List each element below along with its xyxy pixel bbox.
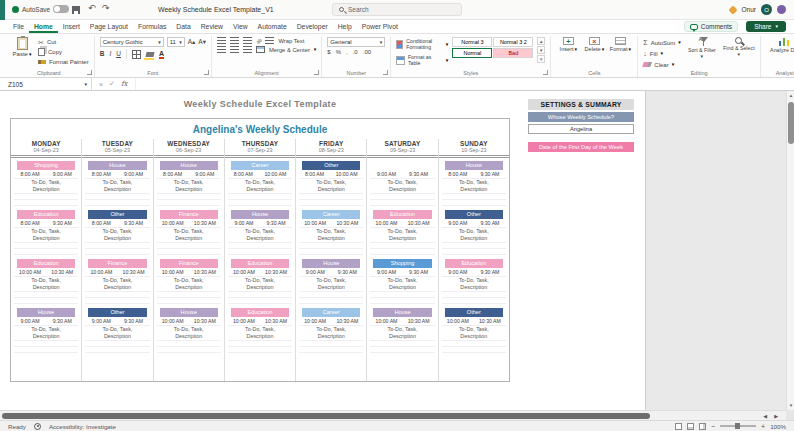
todo-cell[interactable]: To-Do, Task,Description [85, 228, 149, 243]
time-cell[interactable]: 8:00 AM10:00 AM [299, 170, 363, 179]
time-cell[interactable]: 9:00 AM9:30 AM [14, 317, 78, 326]
tab-page-layout[interactable]: Page Layout [85, 20, 133, 33]
category-cell[interactable]: Education [17, 210, 75, 219]
conditional-formatting-button[interactable]: Conditional Formatting▾ [396, 37, 448, 52]
font-color-button[interactable]: A [159, 50, 164, 59]
category-cell[interactable]: Education [373, 210, 431, 219]
category-cell[interactable]: Education [231, 259, 289, 268]
gallery-more-icon[interactable]: ≡ [537, 55, 545, 63]
paste-button[interactable]: Paste▾ [9, 37, 35, 57]
category-cell[interactable]: House [231, 210, 289, 219]
merge-center-label[interactable]: Merge & Center [269, 47, 310, 53]
font-size-select[interactable]: 11▾ [167, 37, 185, 47]
redo-icon[interactable]: ↷ [102, 4, 110, 13]
name-box[interactable]: Z105▾ [0, 78, 92, 90]
todo-cell[interactable]: To-Do, Task,Description [299, 326, 363, 341]
document-title[interactable]: Weekly Schedule Excel Template_V1 [158, 6, 274, 13]
align-top-icon[interactable] [217, 37, 226, 44]
category-cell[interactable]: Finance [88, 259, 146, 268]
fill-button[interactable]: ↓Fill▾ [643, 48, 681, 59]
time-cell[interactable]: 8:00 AM9:00 AM [14, 170, 78, 179]
grow-font-button[interactable]: A▴ [188, 39, 196, 46]
align-bottom-icon[interactable] [243, 37, 252, 44]
todo-cell[interactable]: To-Do, Task,Description [442, 326, 506, 341]
category-cell[interactable]: Education [445, 259, 503, 268]
accessibility-status[interactable]: Accessibility: Investigate [49, 423, 116, 430]
bold-button[interactable]: B [100, 51, 105, 58]
time-cell[interactable]: 10:00 AM10:30 AM [370, 219, 434, 228]
tab-view[interactable]: View [228, 20, 253, 33]
time-cell[interactable]: 10:00 AM10:30 AM [228, 268, 292, 277]
tab-developer[interactable]: Developer [292, 20, 333, 33]
time-cell[interactable]: 9:00 AM9:30 AM [370, 268, 434, 277]
borders-button[interactable] [132, 50, 141, 59]
scroll-left-icon[interactable]: ◀ [763, 413, 767, 419]
cell-style-bad[interactable]: Bad [493, 48, 533, 58]
todo-cell[interactable]: To-Do, Task,Description [14, 277, 78, 292]
insert-cells-button[interactable]: +Insert▾ [556, 37, 580, 52]
todo-cell[interactable]: To-Do, Task,Description [85, 326, 149, 341]
analyze-data-button[interactable]: Analyze Data [766, 37, 794, 53]
todo-cell[interactable]: To-Do, Task,Description [228, 326, 292, 341]
undo-icon[interactable]: ↶ [88, 4, 96, 13]
settings-row[interactable]: Angelina [528, 124, 634, 134]
comma-button[interactable]: , [346, 49, 348, 55]
percent-button[interactable]: % [336, 49, 341, 55]
time-cell[interactable]: 10:00 AM10:30 AM [157, 317, 221, 326]
category-cell[interactable]: House [445, 161, 503, 170]
todo-cell[interactable]: To-Do, Task,Description [370, 179, 434, 194]
tab-home[interactable]: Home [29, 20, 58, 33]
time-cell[interactable]: 8:00 AM9:30 AM [442, 170, 506, 179]
todo-cell[interactable]: To-Do, Task,Description [299, 277, 363, 292]
scroll-right-icon[interactable]: ▶ [774, 413, 778, 419]
cell-style-normal-3[interactable]: Normal 3 [452, 37, 492, 47]
category-cell[interactable]: Career [302, 308, 360, 317]
tab-file[interactable]: File [8, 20, 29, 33]
todo-cell[interactable]: To-Do, Task,Description [299, 228, 363, 243]
gallery-down-icon[interactable]: ▼ [537, 46, 545, 54]
autosave-toggle[interactable] [53, 5, 69, 13]
find-select-button[interactable]: Find & Select▾ [723, 37, 755, 57]
copy-button[interactable]: Copy [38, 47, 89, 57]
time-cell[interactable]: 9:00 AM9:30 AM [442, 268, 506, 277]
share-button[interactable]: Share ▾ [746, 21, 786, 32]
normal-view-icon[interactable] [675, 423, 682, 430]
category-cell[interactable]: Finance [160, 210, 218, 219]
todo-cell[interactable]: To-Do, Task,Description [370, 277, 434, 292]
todo-cell[interactable]: To-Do, Task,Description [442, 179, 506, 194]
category-cell[interactable] [373, 161, 431, 170]
todo-cell[interactable]: To-Do, Task,Description [157, 277, 221, 292]
fill-color-button[interactable] [145, 52, 154, 57]
tab-help[interactable]: Help [333, 20, 357, 33]
time-cell[interactable]: 10:00 AM10:30 AM [157, 268, 221, 277]
category-cell[interactable]: Education [231, 308, 289, 317]
time-cell[interactable]: 10:00 AM10:30 AM [228, 317, 292, 326]
time-cell[interactable]: 9:00 AM9:30 AM [228, 219, 292, 228]
page-layout-view-icon[interactable] [687, 423, 694, 430]
alert-icon[interactable] [728, 5, 737, 14]
category-cell[interactable]: Career [302, 210, 360, 219]
category-cell[interactable]: Shopping [373, 259, 431, 268]
todo-cell[interactable]: To-Do, Task,Description [14, 228, 78, 243]
todo-cell[interactable]: To-Do, Task,Description [85, 277, 149, 292]
cell-style-normal-3-2[interactable]: Normal 3 2 [493, 37, 533, 47]
zoom-out-icon[interactable]: − [711, 423, 715, 430]
autosum-button[interactable]: ΣAutoSum▾ [643, 37, 681, 48]
page-break-view-icon[interactable] [699, 423, 706, 430]
tab-data[interactable]: Data [171, 20, 195, 33]
cancel-icon[interactable]: × [99, 81, 103, 88]
time-cell[interactable]: 10:00 AM10:30 AM [442, 317, 506, 326]
time-cell[interactable]: 8:00 AM9:30 AM [14, 219, 78, 228]
todo-cell[interactable]: To-Do, Task,Description [370, 326, 434, 341]
todo-cell[interactable]: To-Do, Task,Description [370, 228, 434, 243]
shrink-font-button[interactable]: A▾ [198, 39, 206, 46]
currency-button[interactable]: $ [327, 49, 330, 55]
todo-cell[interactable]: To-Do, Task,Description [299, 179, 363, 194]
time-cell[interactable]: 9:00 AM9:30 AM [442, 219, 506, 228]
time-cell[interactable]: 8:00 AM9:30 AM [85, 219, 149, 228]
category-cell[interactable]: Other [445, 308, 503, 317]
time-cell[interactable]: 8:00 AM10:00 AM [228, 170, 292, 179]
zoom-level[interactable]: 100% [770, 423, 786, 430]
category-cell[interactable]: House [160, 308, 218, 317]
delete-cells-button[interactable]: ×Delete▾ [582, 37, 606, 52]
